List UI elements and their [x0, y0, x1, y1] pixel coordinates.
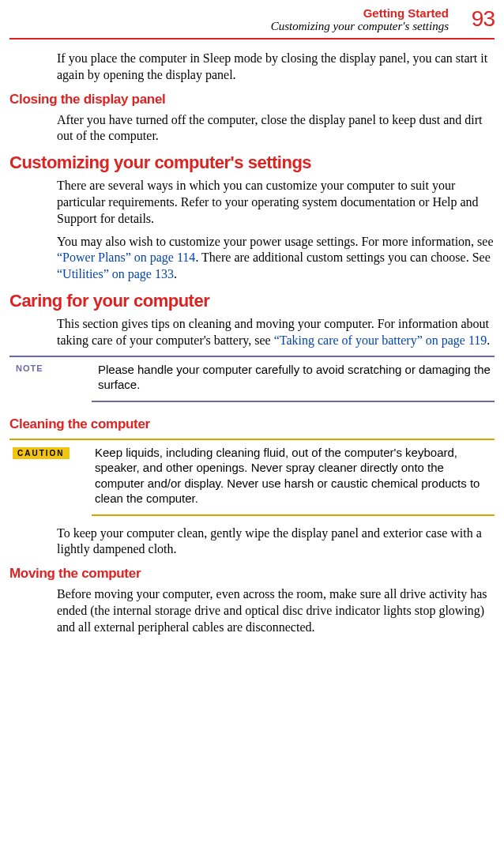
body-paragraph: There are several ways in which you can … [57, 178, 495, 227]
page-number: 93 [472, 6, 495, 32]
body-paragraph: You may also wish to customize your powe… [57, 234, 495, 283]
body-paragraph: After you have turned off the computer, … [57, 112, 495, 145]
body-paragraph: To keep your computer clean, gently wipe… [57, 525, 495, 559]
heading-customizing-settings: Customizing your computer's settings [9, 153, 495, 173]
note-callout: NOTE Please handle your computer careful… [9, 356, 495, 402]
note-text: Please handle your computer carefully to… [98, 362, 495, 393]
heading-caring-for-computer: Caring for your computer [9, 291, 495, 311]
heading-closing-display-panel: Closing the display panel [9, 92, 495, 107]
chapter-title: Getting Started [9, 6, 495, 20]
header-rule [9, 38, 495, 40]
heading-moving-computer: Moving the computer [9, 566, 495, 582]
body-paragraph: Before moving your computer, even across… [57, 586, 495, 635]
body-paragraph: This section gives tips on cleaning and … [57, 316, 495, 349]
section-subtitle: Customizing your computer's settings [9, 20, 495, 33]
link-power-plans[interactable]: “Power Plans” on page 114 [57, 250, 195, 264]
note-bottom-rule [92, 401, 495, 402]
caution-label: CAUTION [13, 447, 70, 459]
link-taking-care-battery[interactable]: “Taking care of your battery” on page 11… [274, 333, 487, 347]
page-header: Getting Started Customizing your compute… [9, 6, 495, 33]
note-label: NOTE [9, 362, 98, 373]
heading-cleaning-computer: Cleaning the computer [9, 416, 495, 432]
document-page: Getting Started Customizing your compute… [0, 0, 504, 658]
link-utilities[interactable]: “Utilities” on page 133 [57, 267, 174, 281]
body-paragraph: If you place the computer in Sleep mode … [57, 51, 495, 84]
caution-bottom-rule [92, 514, 495, 516]
caution-text: Keep liquids, including cleaning fluid, … [95, 445, 495, 507]
caution-callout: CAUTION Keep liquids, including cleaning… [9, 439, 495, 516]
caution-label-wrap: CAUTION [9, 445, 95, 459]
